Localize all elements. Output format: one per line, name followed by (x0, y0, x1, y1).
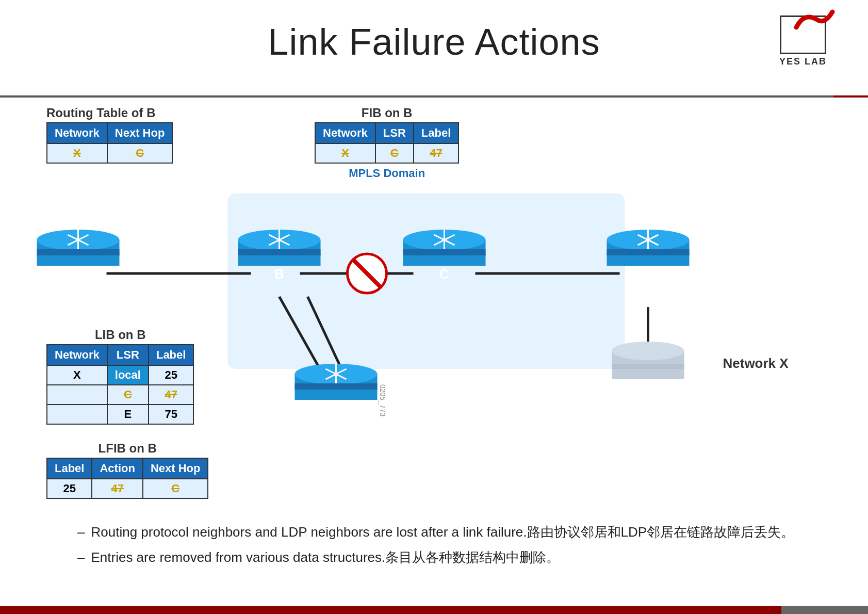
lib-cell-lsr-2: C (107, 385, 149, 405)
bottom-bar (0, 606, 868, 614)
fib-on-b: FIB on B Network LSR Label X C 47 MPLS D… (315, 106, 459, 180)
fib-col-lsr: LSR (375, 123, 414, 143)
svg-rect-39 (607, 249, 690, 255)
fib-cell-network: X (315, 143, 375, 163)
svg-text:E: E (332, 398, 340, 413)
routing-table-b-table: Network Next Hop X C (46, 122, 173, 164)
svg-text:A: A (73, 266, 83, 282)
bullet-text-2: Entries are removed from various data st… (91, 547, 560, 568)
table-row: X C 47 (315, 143, 458, 163)
fib-on-b-title: FIB on B (315, 106, 459, 120)
yes-lab-box (780, 15, 826, 54)
lfib-on-b-title: LFIB on B (46, 441, 208, 456)
routing-cell-network: X (47, 143, 107, 163)
page-title: Link Failure Actions (0, 0, 868, 63)
lib-cell-lsr-3: E (107, 405, 149, 424)
bullet-text-1: Routing protocol neighbors and LDP neigh… (91, 522, 794, 542)
bullet-dash-2: – (77, 547, 85, 568)
fib-cell-label: 47 (414, 143, 458, 163)
svg-point-51 (612, 342, 684, 360)
table-row: E 75 (47, 405, 193, 424)
svg-rect-15 (37, 249, 120, 255)
bullet-item-2: – Entries are removed from various data … (77, 547, 811, 568)
table-row: 25 47 C (47, 479, 208, 498)
divider-line (0, 95, 868, 98)
lib-on-b-title: LIB on B (46, 328, 194, 342)
svg-rect-52 (612, 364, 684, 369)
lib-col-lsr: LSR (107, 345, 149, 365)
lfib-cell-nexthop: C (143, 479, 208, 498)
fib-col-label: Label (414, 123, 458, 143)
bullets-section: – Routing protocol neighbors and LDP nei… (77, 522, 811, 573)
routing-col-nexthop: Next Hop (107, 123, 173, 143)
svg-rect-47 (295, 383, 378, 390)
lfib-on-b: LFIB on B Label Action Next Hop 25 47 C (46, 441, 208, 499)
lfib-col-label: Label (47, 458, 92, 479)
routing-table-b: Routing Table of B Network Next Hop X C (46, 106, 173, 164)
lib-cell-label-1: 25 (149, 365, 193, 385)
lib-cell-label-3: 75 (149, 405, 193, 424)
lib-cell-network-3 (47, 405, 107, 424)
svg-rect-31 (403, 249, 486, 255)
svg-text:0205_773: 0205_773 (379, 384, 387, 417)
lib-col-network: Network (47, 345, 107, 365)
lib-cell-network-2 (47, 385, 107, 405)
svg-rect-0 (228, 193, 625, 369)
fib-col-network: Network (315, 123, 375, 143)
svg-text:B: B (274, 266, 284, 282)
routing-table-b-title: Routing Table of B (46, 106, 173, 120)
yes-lab-text: YES LAB (779, 56, 827, 67)
lib-cell-network-1: X (47, 365, 107, 385)
svg-rect-23 (238, 249, 321, 255)
lib-col-label: Label (149, 345, 193, 365)
lib-cell-lsr-1: local (107, 365, 149, 385)
routing-cell-nexthop: C (107, 143, 173, 163)
fib-on-b-table: Network LSR Label X C 47 (315, 122, 459, 164)
lib-on-b-table: Network LSR Label X local 25 C 47 (46, 344, 194, 425)
fib-cell-lsr: C (375, 143, 414, 163)
main-content: Routing Table of B Network Next Hop X C … (26, 101, 842, 588)
table-row: X local 25 (47, 365, 193, 385)
lfib-cell-action: 47 (92, 479, 142, 498)
lib-cell-label-2: 47 (149, 385, 193, 405)
lfib-col-nexthop: Next Hop (143, 458, 208, 479)
bullet-dash-1: – (77, 522, 85, 542)
yes-lab-logo: YES LAB (779, 15, 827, 67)
svg-text:C: C (439, 266, 449, 282)
lfib-on-b-table: Label Action Next Hop 25 47 C (46, 458, 208, 499)
svg-text:D: D (643, 266, 653, 282)
table-row: C 47 (47, 385, 193, 405)
svg-text:Network X: Network X (723, 356, 789, 371)
table-row: X C (47, 143, 172, 163)
lfib-cell-label: 25 (47, 479, 92, 498)
bullet-item-1: – Routing protocol neighbors and LDP nei… (77, 522, 811, 542)
lib-on-b: LIB on B Network LSR Label X local 25 C (46, 328, 194, 425)
mpls-domain-label: MPLS Domain (315, 167, 459, 180)
checkmark-icon (794, 9, 835, 45)
lfib-col-action: Action (92, 458, 142, 479)
routing-col-network: Network (47, 123, 107, 143)
